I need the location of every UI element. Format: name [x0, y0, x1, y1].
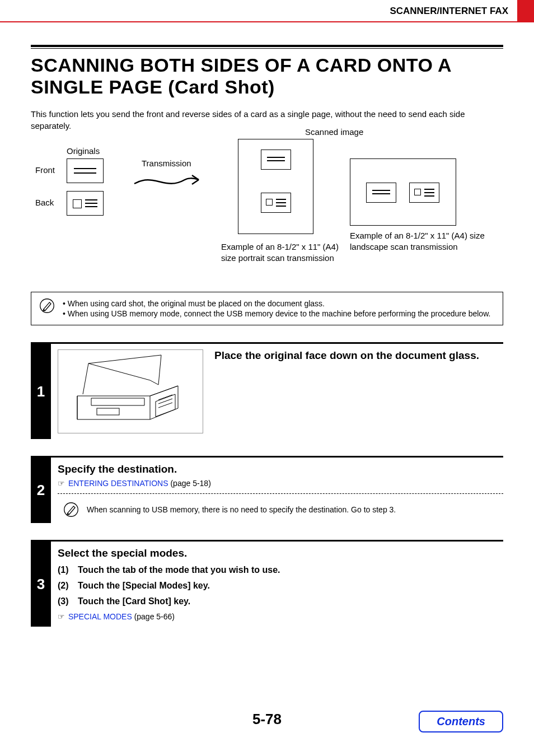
pencil-icon	[63, 502, 79, 517]
landscape-output-page	[350, 158, 456, 226]
title-rule-thick	[31, 45, 503, 47]
title-rule-thin	[31, 48, 503, 49]
header-section-label: SCANNER/INTERNET FAX	[0, 0, 517, 21]
original-back-card	[67, 191, 104, 216]
step-3-number: 3	[31, 542, 51, 627]
special-modes-link[interactable]: SPECIAL MODES	[68, 612, 132, 621]
diagram-area: Originals Front Back Transmission Scanne…	[31, 142, 503, 287]
note-box: • When using card shot, the original mus…	[31, 292, 503, 325]
reference-icon: ☞	[58, 479, 65, 488]
front-label: Front	[35, 165, 55, 175]
svg-rect-2	[97, 408, 119, 415]
dotted-divider	[58, 493, 503, 494]
step-1: 1	[31, 342, 503, 439]
step-3-item-2-text: Touch the [Special Modes] key.	[78, 581, 210, 591]
portrait-output-page	[238, 139, 313, 234]
svg-point-3	[64, 503, 78, 517]
step-2-note: When scanning to USB memory, there is no…	[87, 505, 396, 514]
step-3-item-1-text: Touch the tab of the mode that you wish …	[78, 565, 280, 575]
step-2-number: 2	[31, 458, 51, 523]
entering-destinations-link[interactable]: ENTERING DESTINATIONS	[68, 479, 168, 488]
step-3-link-page: (page 5-66)	[132, 612, 175, 621]
step-2-title: Specify the destination.	[58, 463, 503, 475]
step-3-item-3-num: (3)	[58, 596, 72, 606]
landscape-caption: Example of an 8-1/2" x 11" (A4) size lan…	[350, 230, 490, 252]
step-3-item-2-num: (2)	[58, 581, 72, 591]
reference-icon: ☞	[58, 612, 65, 621]
step-2-link-page: (page 5-18)	[168, 479, 211, 488]
note-bullet-1: • When using card shot, the original mus…	[63, 299, 490, 308]
step-1-number: 1	[31, 344, 51, 439]
step-3-item-3-text: Touch the [Card Shot] key.	[78, 596, 190, 606]
note-bullet-2: • When using USB memory mode, connect th…	[63, 309, 490, 318]
svg-point-0	[40, 299, 54, 313]
original-front-card	[67, 158, 104, 183]
header-underline	[0, 21, 534, 22]
page-footer: 5-78 Contents	[0, 711, 534, 744]
page-title: SCANNING BOTH SIDES OF A CARD ONTO A SIN…	[31, 54, 503, 98]
intro-paragraph: This function lets you send the front an…	[31, 108, 503, 132]
printer-illustration	[58, 349, 203, 433]
step-1-title: Place the original face down on the docu…	[214, 349, 479, 362]
step-3: 3 Select the special modes. (1)Touch the…	[31, 540, 503, 627]
back-label: Back	[35, 198, 54, 207]
contents-button[interactable]: Contents	[419, 711, 503, 732]
step-3-item-1-num: (1)	[58, 565, 72, 575]
step-3-title: Select the special modes.	[58, 547, 503, 559]
header-red-tab	[517, 0, 534, 21]
pencil-icon	[39, 298, 55, 314]
portrait-caption: Example of an 8-1/2" x 11" (A4) size por…	[221, 241, 350, 263]
scanned-image-label: Scanned image	[305, 127, 363, 137]
transmission-label: Transmission	[142, 158, 191, 168]
originals-label: Originals	[67, 146, 100, 156]
step-2: 2 Specify the destination. ☞ ENTERING DE…	[31, 456, 503, 523]
transmission-arrow-icon	[132, 170, 210, 192]
